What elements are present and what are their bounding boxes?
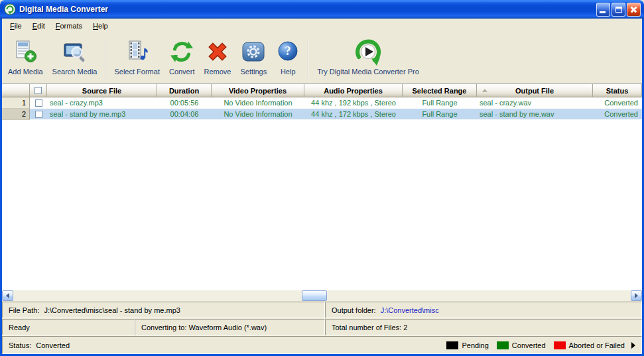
app-logo-icon [4, 3, 16, 15]
statusbar-row-2: Ready Converting to: Waveform Audio (*.w… [2, 318, 642, 335]
header-duration[interactable]: Duration [157, 84, 212, 97]
table-row[interactable]: 1 seal - crazy.mp3 00:05:56 No Video Inf… [2, 97, 642, 109]
header-audio-properties[interactable]: Audio Properties [304, 84, 403, 97]
convert-icon [170, 37, 194, 66]
statusbar-row-1: File Path: J:\Converted\misc\seal - stan… [2, 301, 642, 318]
add-media-icon [13, 37, 37, 66]
table-empty-area [2, 120, 642, 290]
scroll-left-button[interactable] [2, 290, 13, 301]
status-legend: Pending Converted Aborted or Failed [438, 341, 635, 349]
statusbar-row-3: Status: Converted Pending Converted Abor… [2, 335, 642, 354]
settings-button[interactable]: Settings [235, 35, 271, 78]
row-checkbox-cell [30, 109, 47, 120]
header-video-properties[interactable]: Video Properties [212, 84, 304, 97]
close-button[interactable] [627, 3, 641, 17]
scroll-left-icon [6, 293, 9, 298]
convert-button[interactable]: Convert [164, 35, 200, 78]
cell-video-properties: No Video Information [212, 97, 304, 109]
file-path-panel: File Path: J:\Converted\misc\seal - stan… [2, 302, 325, 318]
cell-output-file: seal - stand by me.wav [477, 109, 593, 120]
legend-pending: Pending [446, 341, 488, 349]
titlebar: Digital Media Converter [0, 0, 644, 19]
header-checkbox-cell [30, 84, 47, 97]
output-folder-label: Output folder: [332, 306, 376, 314]
row-number: 2 [2, 109, 30, 120]
add-media-button[interactable]: Add Media [3, 35, 48, 78]
aborted-color-swatch [554, 341, 566, 349]
table-header-row: Source File Duration Video Properties Au… [2, 84, 642, 97]
file-path-label: File Path: [9, 306, 39, 314]
scrollbar-thumb[interactable] [302, 290, 327, 301]
add-media-label: Add Media [8, 68, 43, 76]
svg-text:?: ? [285, 44, 291, 58]
maximize-button[interactable] [612, 3, 625, 17]
search-media-label: Search Media [52, 68, 97, 76]
row-checkbox[interactable] [35, 99, 42, 107]
cell-status: Converted [593, 109, 642, 120]
cell-audio-properties: 44 khz , 192 kbps , Stereo [304, 97, 403, 109]
menu-file[interactable]: File [5, 20, 27, 32]
converted-label: Converted [512, 341, 546, 349]
search-media-icon [63, 37, 87, 66]
cell-video-properties: No Video Information [212, 109, 304, 120]
total-files-text: Total number of Files: 2 [332, 324, 407, 331]
header-row-number [2, 84, 30, 97]
ready-text: Ready [9, 324, 30, 331]
header-status[interactable]: Status [593, 84, 642, 97]
header-output-file-label: Output File [515, 87, 554, 95]
minimize-button[interactable] [596, 3, 610, 17]
table-row[interactable]: 2 seal - stand by me.mp3 00:04:06 No Vid… [2, 109, 642, 120]
file-path-value: J:\Converted\misc\seal - stand by me.mp3 [44, 306, 180, 314]
menu-help[interactable]: Help [88, 20, 113, 32]
output-folder-panel: Output folder: J:\Converted\misc [325, 302, 642, 318]
converting-to-panel: Converting to: Waveform Audio (*.wav) [135, 319, 325, 335]
legend-converted: Converted [497, 341, 546, 349]
row-checkbox[interactable] [35, 111, 42, 118]
cell-selected-range: Full Range [403, 97, 477, 109]
select-all-checkbox[interactable] [34, 87, 42, 94]
remove-icon [206, 37, 229, 66]
scroll-right-icon [635, 293, 638, 298]
menubar: File Edit Formats Help [2, 19, 642, 33]
row-checkbox-cell [30, 97, 47, 109]
toolbar-separator [105, 38, 106, 79]
window-title: Digital Media Converter [19, 5, 596, 14]
total-files-panel: Total number of Files: 2 [325, 319, 642, 335]
pro-play-icon [354, 37, 382, 66]
legend-aborted: Aborted or Failed [554, 341, 625, 349]
aborted-label: Aborted or Failed [569, 341, 625, 349]
cell-status: Converted [593, 97, 642, 109]
help-icon: ? [276, 37, 300, 66]
help-label: Help [281, 68, 296, 76]
scroll-right-button[interactable] [631, 290, 642, 301]
converted-color-swatch [497, 341, 509, 349]
cell-duration: 00:04:06 [157, 109, 212, 120]
menu-edit[interactable]: Edit [27, 20, 50, 32]
window-frame: File Edit Formats Help [0, 19, 644, 356]
status-value: Converted [36, 341, 70, 349]
status-panel: Status: Converted Pending Converted Abor… [2, 336, 642, 354]
menu-formats[interactable]: Formats [50, 20, 88, 32]
header-source-file[interactable]: Source File [47, 84, 157, 97]
header-selected-range[interactable]: Selected Range [403, 84, 477, 97]
search-media-button[interactable]: Search Media [48, 35, 102, 78]
remove-button[interactable]: Remove [199, 35, 235, 78]
converting-to-text: Converting to: Waveform Audio (*.wav) [141, 324, 267, 331]
pending-label: Pending [462, 341, 488, 349]
ready-panel: Ready [2, 319, 135, 335]
try-pro-button[interactable]: Try Digital Media Converter Pro [312, 35, 424, 78]
select-format-button[interactable]: Select Format [109, 35, 164, 78]
expand-arrow-icon[interactable] [631, 342, 635, 349]
sort-ascending-icon [482, 89, 487, 92]
close-icon [629, 5, 638, 14]
help-button[interactable]: ? Help [271, 35, 304, 78]
remove-label: Remove [204, 68, 231, 76]
app-window: Digital Media Converter File Edit Format… [0, 0, 644, 356]
header-output-file[interactable]: Output File [477, 84, 593, 97]
settings-label: Settings [240, 68, 267, 76]
horizontal-scrollbar[interactable] [2, 290, 642, 301]
row-number: 1 [2, 97, 30, 109]
output-folder-link[interactable]: J:\Converted\misc [381, 306, 439, 314]
settings-icon [241, 37, 265, 66]
minimize-icon [600, 11, 606, 13]
